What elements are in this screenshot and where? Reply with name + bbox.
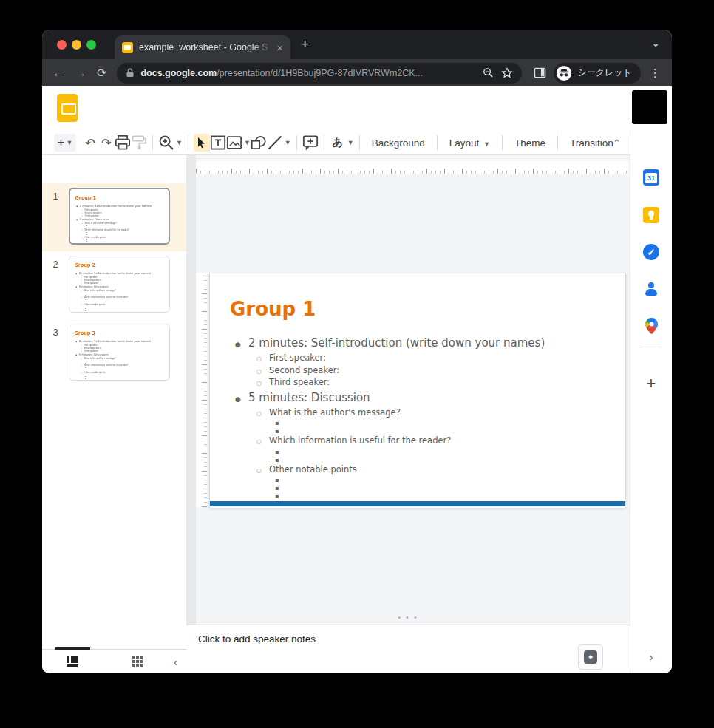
undo-icon[interactable]: ↶ xyxy=(82,134,98,152)
bullet-marker-icon: ○ xyxy=(256,378,269,389)
forward-icon[interactable]: → xyxy=(75,67,86,80)
insert-line-caret-icon[interactable]: ▼ xyxy=(285,139,291,146)
contacts-icon[interactable] xyxy=(642,280,660,298)
bullet-marker-icon: ○ xyxy=(256,408,269,420)
new-tab-button[interactable]: + xyxy=(301,37,309,51)
address-bar[interactable]: docs.google.com /presentation/d/1H9Bbuj9… xyxy=(117,63,522,84)
expand-side-panel-icon[interactable]: › xyxy=(650,650,653,663)
slide-body-text[interactable]: ●2 minutes: Self-introduction (write dow… xyxy=(69,271,170,312)
gemini-spark-button[interactable]: ✦ xyxy=(578,644,603,670)
speaker-notes-panel[interactable]: Click to add speaker notes ✦ xyxy=(186,625,630,673)
tab-search-chevron-icon[interactable]: ⌄ xyxy=(651,37,660,49)
slide-thumbnail[interactable]: Group 3●2 minutes: Self-introduction (wr… xyxy=(69,324,170,381)
layout-button[interactable]: Layout ▼ xyxy=(443,135,497,152)
horizontal-ruler xyxy=(196,161,628,174)
spark-icon: ✦ xyxy=(584,650,597,664)
reload-icon[interactable]: ⟳ xyxy=(97,66,106,80)
bullet-marker-icon: ▪ xyxy=(275,419,284,427)
browser-tab[interactable]: example_worksheet - Google S × xyxy=(115,35,290,59)
slide-title-text[interactable]: Group 1 xyxy=(230,298,625,320)
insert-image-caret-icon[interactable]: ▼ xyxy=(244,139,251,146)
slide-thumbnail-row[interactable]: 2Group 2●2 minutes: Self-introduction (w… xyxy=(42,251,186,319)
slide-body-text[interactable]: ●2 minutes: Self-introduction (write dow… xyxy=(69,339,170,380)
tasks-icon[interactable]: ✓ xyxy=(642,243,660,261)
toolbar-divider xyxy=(359,135,360,150)
account-avatar[interactable] xyxy=(632,90,667,124)
filmstrip-panel: 1Group 1●2 minutes: Self-introduction (w… xyxy=(42,155,186,649)
get-addons-button[interactable]: + xyxy=(642,375,660,392)
input-tools-caret-icon[interactable]: ▼ xyxy=(347,139,354,146)
redo-icon[interactable]: ↷ xyxy=(98,134,115,152)
collapse-filmstrip-icon[interactable]: ‹ xyxy=(174,656,177,668)
slide-body-text[interactable]: ●2 minutes: Self-introduction (write dow… xyxy=(70,204,170,245)
slide-title-text[interactable]: Group 1 xyxy=(75,195,170,200)
speaker-notes-placeholder[interactable]: Click to add speaker notes xyxy=(198,633,316,644)
slide-surface: Group 3●2 minutes: Self-introduction (wr… xyxy=(69,324,170,381)
paint-format-icon[interactable] xyxy=(131,134,147,152)
browser-window: example_worksheet - Google S × + ⌄ ← → ⟳… xyxy=(42,30,672,673)
browser-menu-icon[interactable]: ⋮ xyxy=(650,67,662,80)
text-box-icon[interactable] xyxy=(210,134,226,152)
select-tool-button[interactable] xyxy=(194,134,210,152)
maps-icon[interactable] xyxy=(642,317,660,335)
keep-icon[interactable] xyxy=(642,206,660,224)
slide-thumbnail-row[interactable]: 1Group 1●2 minutes: Self-introduction (w… xyxy=(42,183,186,251)
slide-body-text[interactable]: ●2 minutes: Self-introduction (write dow… xyxy=(210,335,625,500)
new-slide-caret-icon[interactable]: ▼ xyxy=(67,139,73,146)
side-panel-icon[interactable] xyxy=(534,67,546,79)
filmstrip-view-icon[interactable] xyxy=(67,656,78,667)
zoom-caret-icon[interactable]: ▼ xyxy=(176,139,183,146)
current-slide[interactable]: Group 1●2 minutes: Self-introduction (wr… xyxy=(209,273,626,508)
bullet-marker-icon: ○ xyxy=(256,436,269,448)
slide-accent-bar xyxy=(210,501,625,506)
bullet-marker-icon: ○ xyxy=(256,353,269,365)
slide-thumbnail-row[interactable]: 3Group 3●2 minutes: Self-introduction (w… xyxy=(42,319,186,387)
slide-title-text[interactable]: Group 3 xyxy=(75,330,170,336)
layout-caret-icon: ▼ xyxy=(483,140,490,148)
theme-button[interactable]: Theme xyxy=(508,135,552,152)
insert-shape-icon[interactable] xyxy=(251,134,267,152)
tab-close-icon[interactable]: × xyxy=(276,42,283,53)
insert-image-icon[interactable] xyxy=(226,134,242,152)
bullet-marker-icon: ▪ xyxy=(275,476,284,484)
active-view-indicator xyxy=(55,647,90,650)
slides-logo-icon[interactable] xyxy=(57,94,78,122)
bullet-item-level-3: ▪ xyxy=(210,484,625,492)
slide-thumbnail[interactable]: Group 1●2 minutes: Self-introduction (wr… xyxy=(69,188,170,245)
bullet-text: Third speaker: xyxy=(269,377,330,389)
new-slide-button[interactable]: +▼ xyxy=(54,134,76,152)
bullet-marker-icon: ○ xyxy=(256,465,269,477)
slides-favicon xyxy=(122,42,133,53)
transition-button[interactable]: Transition xyxy=(563,135,620,152)
bookmark-star-icon[interactable] xyxy=(501,67,513,79)
slide-canvas[interactable]: Group 1●2 minutes: Self-introduction (wr… xyxy=(186,155,630,625)
zoom-tool-icon[interactable] xyxy=(158,134,174,152)
insert-line-icon[interactable] xyxy=(267,134,283,152)
minimize-window-button[interactable] xyxy=(72,40,81,50)
background-button[interactable]: Background xyxy=(365,135,432,152)
print-icon[interactable] xyxy=(115,134,131,152)
bullet-item-level-3: ▪ xyxy=(70,242,170,245)
slide-surface: Group 2●2 minutes: Self-introduction (wr… xyxy=(69,256,170,313)
zoom-page-icon[interactable] xyxy=(483,67,494,78)
bullet-item-level-2: ○Other notable points xyxy=(210,464,625,477)
filmstrip-scrollbar[interactable] xyxy=(186,155,196,625)
cursor-icon xyxy=(197,137,206,149)
bullet-item-level-3: ▪ xyxy=(210,492,625,500)
incognito-label: シークレット xyxy=(577,67,631,79)
zoom-window-button[interactable] xyxy=(86,40,96,50)
calendar-icon[interactable] xyxy=(642,169,660,186)
toolbar-divider xyxy=(324,135,324,150)
bullet-text: First speaker: xyxy=(269,353,326,364)
bullet-item-level-1: ●5 minutes: Discussion xyxy=(210,389,625,407)
insert-comment-icon[interactable] xyxy=(302,134,319,152)
grid-view-icon[interactable] xyxy=(132,656,143,667)
slide-thumbnail[interactable]: Group 2●2 minutes: Self-introduction (wr… xyxy=(69,256,170,313)
close-window-button[interactable] xyxy=(57,40,67,50)
toolbar-divider xyxy=(296,135,297,150)
notes-resize-handle[interactable]: • • • xyxy=(186,613,630,622)
input-tools-button[interactable]: あ xyxy=(330,134,346,152)
slide-title-text[interactable]: Group 2 xyxy=(75,262,170,268)
collapse-toolbar-icon[interactable]: ⌃ xyxy=(613,137,621,149)
back-icon[interactable]: ← xyxy=(52,67,64,80)
